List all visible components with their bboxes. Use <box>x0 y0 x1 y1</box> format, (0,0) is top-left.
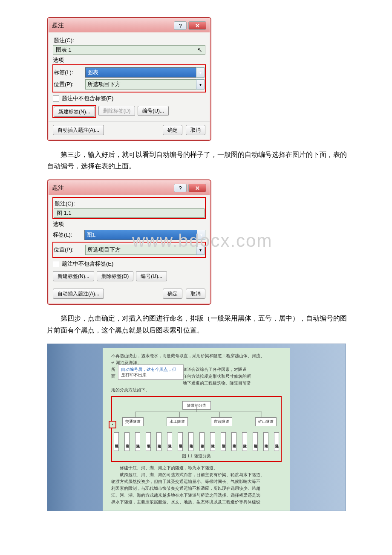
caption-dialog-2: 题注 ? ✕ 题注(C): 图 1.1 选项 标签(L): <box>47 179 211 305</box>
caption-dialog-1: 题注 ? ✕ 题注(C): 图表 1 ↖ 选项 标签(L): 图表 ▾ <box>47 17 211 141</box>
caption-input[interactable]: 图 1.1 <box>54 208 205 218</box>
label-dropdown[interactable]: 图1. ▾ <box>84 230 205 240</box>
chart-redbox: • 隧道的分类 交通隧道水工隧道市政隧道矿山隧道 铁路隧道公路隧道水底隧道地 <box>111 396 282 462</box>
auto-caption-button[interactable]: 自动插入题注(A)... <box>53 289 104 299</box>
chart-level2-node: 矿山隧道 <box>255 417 277 426</box>
exclude-label-text: 题注中不包含标签(E) <box>62 260 113 268</box>
chart-level2-node: 水工隧道 <box>167 417 188 426</box>
close-icon[interactable]: ✕ <box>188 184 206 192</box>
position-dropdown[interactable]: 所选项目下方 ▾ <box>85 79 205 90</box>
chevron-down-icon[interactable]: ▾ <box>196 67 205 78</box>
chart-level3-node: 人防隧道 <box>242 432 247 451</box>
chart-level3-node: 水底隧道 <box>135 432 140 451</box>
caption-value: 图 1.1 <box>57 209 72 217</box>
chart-level3-node: 公路隧道 <box>124 432 130 451</box>
dialog-titlebar: 题注 ? ✕ <box>49 19 210 32</box>
exclude-label-checkbox[interactable] <box>53 95 59 102</box>
caption-input[interactable]: 图表 1 ↖ <box>53 45 205 55</box>
chart-level3-node: 通风隧道 <box>274 432 279 451</box>
dialog-title: 题注 <box>52 184 64 192</box>
cancel-button[interactable]: 取消 <box>186 125 205 135</box>
options-label: 选项 <box>53 56 205 64</box>
callout-note: 自动编号后，这有个黑点，但 是打印不出来 <box>118 364 184 380</box>
example-fragment: 任何方法按规定形状和尺寸修筑的断 <box>183 373 282 380</box>
example-fragment: 地下通道的工程建筑物。隧道目前常 <box>183 380 282 387</box>
new-label-button[interactable]: 新建标签(N)... <box>54 107 95 117</box>
caption-value: 图表 1 <box>56 46 72 54</box>
label-value: 图表 <box>87 69 98 76</box>
label-field-label: 标签(L): <box>53 231 82 239</box>
chart-level3-node: 污水隧道 <box>221 432 226 451</box>
dialog-titlebar: 题注 ? ✕ <box>49 181 210 195</box>
exclude-label-checkbox[interactable] <box>53 261 59 267</box>
cancel-button[interactable]: 取消 <box>186 289 205 299</box>
help-icon[interactable]: ? <box>174 21 187 30</box>
caption-label: 题注(C): <box>55 200 205 208</box>
example-text-line: 择水下隧道，主要应依据航运、水文、地质、生态环境以及工程造价等具体建设 <box>111 499 282 506</box>
example-text-line: 用的分类方法如下。 <box>111 387 282 393</box>
exclude-label-text: 题注中不包含标签(E) <box>62 95 113 102</box>
example-text-line: 利因素的限制，与现代城市快节奏交通运输不相适应，所以现在选用较少。跨越 <box>111 485 282 492</box>
label-value: 图1. <box>86 231 97 239</box>
ok-button[interactable]: 确定 <box>163 125 182 135</box>
step3-paragraph: 第三步，输入好后，就可以看到自动编号的样子了，一般图的自动编号选择在图片的下面，… <box>47 149 349 172</box>
chart-level3-node: 尾水隧道 <box>178 432 183 451</box>
example-text-line: 就跨越江、河、湖、海的可选方式而言，目前主要有桥梁、轮渡与水下隧道。 <box>111 471 282 478</box>
dialog-title: 题注 <box>52 22 64 29</box>
ok-button[interactable]: 确定 <box>163 289 182 299</box>
delete-label-button[interactable]: 删除标签(D) <box>97 271 134 281</box>
callout-line: 是打印不出来 <box>121 373 147 377</box>
delete-label-button: 删除标签(D) <box>98 106 135 116</box>
chart-level3-node: 排沙隧道 <box>199 432 205 451</box>
chart-level2-node: 市政隧道 <box>211 417 232 426</box>
chevron-down-icon[interactable]: ▾ <box>197 230 205 240</box>
help-icon[interactable]: ? <box>174 184 187 192</box>
chart-level3-node: 航运隧道 <box>156 432 161 451</box>
position-value: 所选项目下方 <box>87 246 121 254</box>
numbering-button[interactable]: 编号(U)... <box>138 106 169 116</box>
chart-root: 隧道的分类 <box>182 401 211 410</box>
step4-paragraph: 第四步，点击确定，对插入的图进行命名，排版（一般采用黑体，五号，居中），自动编号… <box>47 312 349 335</box>
chart-level3-node: 给水隧道 <box>263 432 268 451</box>
example-text-line: 江、河、湖、海的方式越来越多地在水下隧道与桥梁之间选择。选择桥梁还是选 <box>111 492 282 499</box>
caption-dot-marker: • <box>109 421 116 428</box>
example-text-line: 不再遇山绕山，遇水绕水，而是截弯取直，采用桥梁和隧道工程穿越山体、河流、 <box>111 353 282 359</box>
chart-level3-node: 地下铁道 <box>146 432 151 451</box>
chart-level3-node: 引水隧道 <box>167 432 172 451</box>
chevron-down-icon[interactable]: ▾ <box>196 79 205 90</box>
example-fragment: 隧道会议综合了各种因素，对隧道 <box>183 366 282 373</box>
position-field-label: 位置(P): <box>54 81 83 88</box>
auto-caption-button[interactable]: 自动插入题注(A)... <box>53 125 104 135</box>
chart-level3-node: 运输隧道 <box>253 432 258 451</box>
new-label-button[interactable]: 新建标签(N)... <box>53 271 94 281</box>
close-icon[interactable]: ✕ <box>188 21 206 30</box>
figure-caption: 图 1.1 隧道分类 <box>114 453 279 460</box>
example-screenshot: 不再遇山绕山，遇水绕水，而是截弯取直，采用桥梁和隧道工程穿越山体、河流、 ↵ 湖… <box>47 344 346 511</box>
label-dropdown[interactable]: 图表 ▾ <box>85 67 205 78</box>
chart-level3-node: 铁路隧道 <box>114 432 119 451</box>
label-field-label: 标签(L): <box>54 69 83 76</box>
numbering-button[interactable]: 编号(U)... <box>136 271 167 281</box>
position-field-label: 位置(P): <box>54 246 83 254</box>
chart-level2-node: 交通隧道 <box>122 417 144 426</box>
options-label: 选项 <box>53 220 205 228</box>
cursor-icon: ↖ <box>197 46 202 53</box>
example-text-line: 修建于江、河、湖、海之下的隧道，称为水下隧道。 <box>111 465 282 471</box>
example-text-line: 轮渡方式虽然投资少，但由于其受交通运输量小、等候时间长、气候影响大等不 <box>111 478 282 485</box>
position-dropdown[interactable]: 所选项目下方 ▾ <box>85 245 205 255</box>
position-value: 所选项目下方 <box>87 81 121 88</box>
chevron-down-icon[interactable]: ▾ <box>196 245 205 255</box>
chart-level3-node: 管路隧道 <box>231 432 236 451</box>
chart-level3-node: 给水隧道 <box>210 432 215 451</box>
chart-level3-node: 导流隧道 <box>188 432 193 451</box>
callout-line: 自动编号后，这有个黑点，但 <box>121 367 176 372</box>
caption-label: 题注(C): <box>54 37 205 44</box>
